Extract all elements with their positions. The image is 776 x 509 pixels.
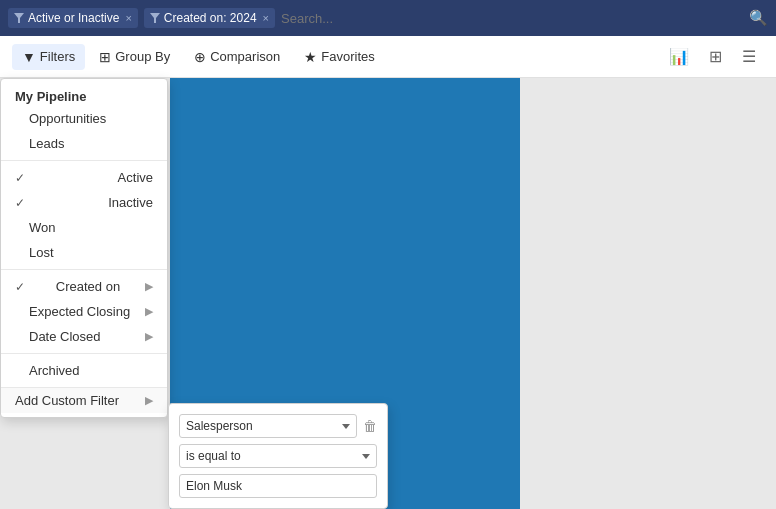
delete-custom-filter-icon[interactable]: 🗑	[363, 418, 377, 434]
svg-marker-1	[150, 13, 160, 23]
star-icon: ★	[304, 49, 317, 65]
won-item[interactable]: Won	[1, 215, 167, 240]
divider-2	[1, 269, 167, 270]
custom-filter-arrow-icon: ▶	[145, 394, 153, 407]
created-on-arrow-icon: ▶	[145, 280, 153, 293]
main-content: My Pipeline Opportunities Leads Active I…	[0, 78, 776, 509]
divider-1	[1, 160, 167, 161]
favorites-button[interactable]: ★ Favorites	[294, 44, 384, 70]
date-closed-arrow-icon: ▶	[145, 330, 153, 343]
add-custom-filter-item[interactable]: Add Custom Filter ▶	[1, 387, 167, 413]
opportunities-item[interactable]: Opportunities	[1, 106, 167, 131]
comparison-button[interactable]: ⊕ Comparison	[184, 44, 290, 70]
my-pipeline-header: My Pipeline	[1, 83, 167, 106]
favorites-label: Favorites	[321, 49, 374, 64]
filters-label: Filters	[40, 49, 75, 64]
custom-filter-operator-row: is equal to	[179, 444, 377, 468]
search-icon[interactable]: 🔍	[749, 9, 768, 27]
leads-item[interactable]: Leads	[1, 131, 167, 156]
filter-tag-active-inactive[interactable]: Active or Inactive ×	[8, 8, 138, 28]
expected-closing-item[interactable]: Expected Closing ▶	[1, 299, 167, 324]
toolbar: ▼ Filters ⊞ Group By ⊕ Comparison ★ Favo…	[0, 36, 776, 78]
search-input[interactable]	[281, 11, 743, 26]
custom-filter-popup: Salesperson 🗑 is equal to	[168, 403, 388, 509]
close-filter-1-icon[interactable]: ×	[125, 12, 131, 24]
group-by-button[interactable]: ⊞ Group By	[89, 44, 180, 70]
kanban-view-button[interactable]: ⊞	[701, 42, 730, 71]
lost-item[interactable]: Lost	[1, 240, 167, 265]
custom-filter-field-row: Salesperson 🗑	[179, 414, 377, 438]
filter-tag-1-label: Active or Inactive	[28, 11, 119, 25]
custom-filter-field-select[interactable]: Salesperson	[179, 414, 357, 438]
archived-item[interactable]: Archived	[1, 358, 167, 383]
custom-filter-value-input[interactable]	[179, 474, 377, 498]
filters-dropdown: My Pipeline Opportunities Leads Active I…	[0, 78, 168, 418]
custom-filter-operator-select[interactable]: is equal to	[179, 444, 377, 468]
funnel-icon	[14, 13, 24, 23]
filter-tag-2-label: Created on: 2024	[164, 11, 257, 25]
top-search-bar: Active or Inactive × Created on: 2024 × …	[0, 0, 776, 36]
filter-icon: ▼	[22, 49, 36, 65]
add-custom-filter-label: Add Custom Filter	[15, 393, 119, 408]
active-item[interactable]: Active	[1, 165, 167, 190]
list-view-button[interactable]: ☰	[734, 42, 764, 71]
comparison-label: Comparison	[210, 49, 280, 64]
filter-tag-created-on[interactable]: Created on: 2024 ×	[144, 8, 275, 28]
svg-marker-0	[14, 13, 24, 23]
group-by-icon: ⊞	[99, 49, 111, 65]
bar-chart-view-button[interactable]: 📊	[661, 42, 697, 71]
inactive-item[interactable]: Inactive	[1, 190, 167, 215]
created-on-item[interactable]: Created on ▶	[1, 274, 167, 299]
expected-closing-arrow-icon: ▶	[145, 305, 153, 318]
group-by-label: Group By	[115, 49, 170, 64]
comparison-icon: ⊕	[194, 49, 206, 65]
divider-3	[1, 353, 167, 354]
filters-button[interactable]: ▼ Filters	[12, 44, 85, 70]
close-filter-2-icon[interactable]: ×	[263, 12, 269, 24]
funnel-icon-2	[150, 13, 160, 23]
date-closed-item[interactable]: Date Closed ▶	[1, 324, 167, 349]
